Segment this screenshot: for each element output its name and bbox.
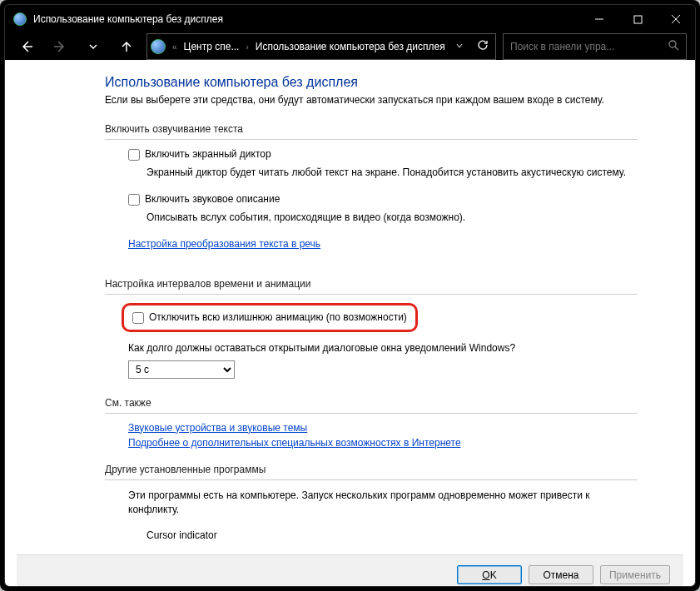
audio-desc-label: Включить звуковое описание	[145, 193, 280, 205]
section-heading-voice: Включить озвучивание текста	[105, 123, 638, 140]
minimize-button[interactable]	[580, 5, 618, 33]
button-bar: OK Отмена Применить	[17, 554, 683, 587]
refresh-button[interactable]	[470, 39, 495, 54]
chevron-right-icon: ›	[242, 42, 251, 52]
highlight-box: Отключить всю излишнюю анимацию (по возм…	[122, 303, 418, 332]
scroll-pane[interactable]: Использование компьютера без дисплея Есл…	[17, 72, 683, 554]
chevron-icon[interactable]: «	[169, 42, 181, 52]
search-icon[interactable]	[668, 39, 679, 54]
svg-point-4	[669, 41, 676, 47]
narrator-label: Включить экранный диктор	[145, 148, 271, 160]
section-heading-timing: Настройка интервалов времени и анимации	[105, 278, 638, 295]
window-title: Использование компьютера без дисплея	[33, 13, 580, 25]
up-button[interactable]	[113, 33, 140, 60]
svg-line-5	[675, 47, 678, 50]
more-accessibility-link[interactable]: Подробнее о дополнительных специальных в…	[128, 437, 638, 449]
disable-animation-checkbox[interactable]	[132, 312, 144, 324]
sound-devices-link[interactable]: Звуковые устройства и звуковые темы	[128, 422, 638, 434]
location-icon	[151, 39, 166, 54]
recent-dropdown[interactable]	[80, 33, 107, 60]
breadcrumb-seg1[interactable]: Центр спе...	[184, 41, 240, 52]
narrator-checkbox-row[interactable]: Включить экранный диктор	[128, 148, 638, 161]
app-icon	[13, 12, 27, 26]
apply-button[interactable]: Применить	[600, 565, 670, 584]
cancel-button[interactable]: Отмена	[529, 565, 593, 584]
audio-desc-checkbox-row[interactable]: Включить звуковое описание	[128, 193, 638, 206]
installed-program-item: Cursor indicator	[146, 529, 638, 541]
section-heading-other: Другие установленные программы	[105, 464, 638, 480]
search-box[interactable]	[503, 33, 687, 60]
tts-settings-link[interactable]: Настройка преобразования текста в речь	[128, 238, 320, 250]
content-area: Использование компьютера без дисплея Есл…	[5, 60, 695, 587]
audio-desc-checkbox[interactable]	[128, 194, 140, 206]
close-button[interactable]	[657, 5, 695, 33]
titlebar: Использование компьютера без дисплея	[5, 5, 695, 33]
notification-duration-label: Как долго должны оставаться открытыми ди…	[128, 342, 638, 354]
search-input[interactable]	[510, 41, 668, 52]
maximize-button[interactable]	[618, 5, 657, 33]
other-programs-desc: Эти программы есть на компьютере. Запуск…	[128, 489, 638, 517]
breadcrumb-seg2[interactable]: Использование компьютера без дисплея	[256, 41, 445, 52]
ok-button[interactable]: OK	[457, 565, 522, 584]
address-bar[interactable]: « Центр спе... › Использование компьютер…	[146, 33, 496, 60]
disable-animation-row[interactable]: Отключить всю излишнюю анимацию (по возм…	[132, 311, 407, 324]
disable-animation-label: Отключить всю излишнюю анимацию (по возм…	[149, 311, 407, 323]
page-title: Использование компьютера без дисплея	[105, 75, 638, 90]
forward-button[interactable]	[47, 33, 73, 60]
notification-duration-combo[interactable]: 5 c	[128, 360, 235, 379]
back-button[interactable]	[13, 33, 40, 60]
toolbar: « Центр спе... › Использование компьютер…	[5, 33, 695, 60]
chevron-down-icon[interactable]	[452, 42, 467, 52]
narrator-desc: Экранный диктор будет читать любой текст…	[146, 166, 638, 180]
page-intro: Если вы выберете эти средства, они будут…	[105, 93, 638, 107]
svg-rect-1	[634, 16, 642, 23]
section-heading-seealso: См. также	[105, 397, 638, 414]
audio-desc-text: Описывать вслух события, происходящие в …	[146, 211, 638, 225]
narrator-checkbox[interactable]	[128, 149, 140, 161]
